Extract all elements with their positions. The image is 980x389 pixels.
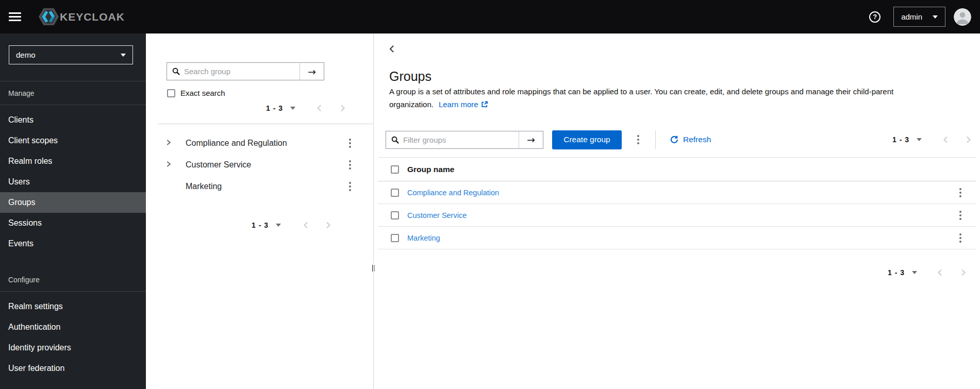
sidebar: demo Manage Clients Client scopes Realm …: [0, 33, 146, 389]
exact-search-checkbox[interactable]: [167, 89, 175, 97]
question-icon: ?: [873, 13, 877, 21]
kebab-menu-button[interactable]: [347, 158, 353, 172]
avatar[interactable]: [954, 8, 971, 26]
sidebar-item-clients[interactable]: Clients: [0, 110, 146, 130]
table-row: Customer Service: [378, 204, 976, 227]
sidebar-item-identity-providers[interactable]: Identity providers: [0, 337, 146, 358]
row-checkbox[interactable]: [391, 211, 399, 219]
search-icon: [391, 136, 399, 144]
group-tree-panel: → Exact search 1 - 3 Compliance and Regu…: [146, 33, 373, 389]
realm-selector[interactable]: demo: [9, 45, 133, 64]
group-search-input[interactable]: [184, 67, 294, 76]
sidebar-item-user-federation[interactable]: User federation: [0, 358, 146, 379]
group-link[interactable]: Marketing: [407, 234, 440, 242]
pagination-prev-button[interactable]: [316, 105, 322, 112]
arrow-right-icon: →: [527, 134, 535, 145]
tree-pagination-top: 1 - 3: [266, 104, 346, 112]
chevron-down-icon: [917, 138, 922, 141]
expand-chevron-icon[interactable]: [166, 139, 172, 148]
page-title: Groups: [389, 69, 431, 84]
sidebar-item-realm-roles[interactable]: Realm roles: [0, 151, 146, 172]
row-kebab-menu-button[interactable]: [957, 209, 964, 222]
groups-table: Group name Compliance and Regulation Cus…: [378, 157, 976, 249]
tree-item-customer-service: Customer Service: [146, 154, 373, 176]
refresh-icon: [670, 136, 678, 144]
pagination-options-toggle[interactable]: [917, 138, 922, 141]
pagination-range: 1 - 3: [892, 136, 909, 144]
sidebar-item-realm-settings[interactable]: Realm settings: [0, 296, 146, 317]
refresh-button[interactable]: Refresh: [670, 135, 711, 144]
kebab-menu-button[interactable]: [347, 180, 353, 193]
tree-item-marketing: Marketing: [146, 176, 373, 197]
groups-main-panel: Groups A group is a set of attributes an…: [375, 33, 980, 389]
chevron-down-icon: [121, 54, 126, 57]
collapse-panel-button[interactable]: [388, 45, 395, 55]
external-link-icon: [481, 100, 488, 109]
hamburger-menu-button[interactable]: [9, 12, 21, 21]
row-checkbox[interactable]: [391, 234, 399, 242]
tree-item-label[interactable]: Compliance and Regulation: [186, 139, 287, 148]
exact-search-label: Exact search: [180, 89, 225, 97]
sidebar-item-client-scopes[interactable]: Client scopes: [0, 130, 146, 151]
group-link[interactable]: Compliance and Regulation: [407, 189, 499, 197]
create-group-button[interactable]: Create group: [552, 130, 622, 149]
pagination-next-button[interactable]: [966, 136, 972, 143]
chevron-down-icon: [912, 271, 917, 274]
arrow-right-icon: →: [308, 66, 316, 77]
refresh-label: Refresh: [683, 135, 711, 144]
pagination-range: 1 - 3: [266, 104, 283, 112]
row-checkbox[interactable]: [391, 189, 399, 197]
divider: [655, 130, 656, 149]
chevron-down-icon: [276, 224, 281, 227]
group-search-input-wrap: [167, 62, 300, 80]
table-pagination-bottom: 1 - 3: [888, 268, 967, 277]
select-all-checkbox[interactable]: [391, 165, 399, 174]
nav-section-configure: Configure: [0, 268, 146, 292]
pagination-options-toggle[interactable]: [276, 224, 281, 227]
pagination-options-toggle[interactable]: [912, 271, 917, 274]
table-row: Compliance and Regulation: [378, 181, 976, 204]
help-button[interactable]: ?: [869, 11, 881, 23]
tree-item-label[interactable]: Marketing: [186, 182, 222, 191]
toolbar-kebab-menu-button[interactable]: [635, 133, 641, 146]
pagination-range: 1 - 3: [252, 221, 269, 229]
row-kebab-menu-button[interactable]: [957, 186, 964, 199]
row-kebab-menu-button[interactable]: [957, 231, 964, 245]
pagination-next-button[interactable]: [960, 269, 967, 276]
learn-more-link[interactable]: Learn more: [439, 100, 478, 109]
filter-groups-input-wrap: [386, 131, 519, 149]
username: admin: [901, 12, 922, 21]
brand-text: KEYCLOAK: [60, 11, 125, 23]
sidebar-item-authentication[interactable]: Authentication: [0, 317, 146, 337]
groups-toolbar: → Create group Refresh 1 - 3: [386, 130, 972, 149]
pagination-options-toggle[interactable]: [290, 107, 295, 110]
expand-chevron-icon[interactable]: [166, 160, 172, 170]
sidebar-item-users[interactable]: Users: [0, 172, 146, 192]
pagination-next-button[interactable]: [340, 105, 346, 112]
filter-groups-input[interactable]: [403, 136, 513, 144]
divider: [158, 124, 373, 124]
chevron-down-icon: [290, 107, 295, 110]
group-link[interactable]: Customer Service: [407, 211, 467, 219]
user-menu-dropdown[interactable]: admin: [893, 7, 945, 27]
kebab-menu-button[interactable]: [347, 137, 353, 150]
masthead: KEYCLOAK ? admin: [0, 0, 980, 33]
sidebar-nav: Manage Clients Client scopes Realm roles…: [0, 81, 146, 379]
nav-section-manage: Manage: [0, 81, 146, 105]
pagination-next-button[interactable]: [325, 222, 331, 229]
sidebar-item-sessions[interactable]: Sessions: [0, 213, 146, 233]
sidebar-item-events[interactable]: Events: [0, 233, 146, 254]
filter-groups-submit-button[interactable]: →: [519, 131, 543, 149]
chevron-down-icon: [933, 15, 938, 19]
tree-item-label[interactable]: Customer Service: [186, 160, 251, 170]
pagination-prev-button[interactable]: [942, 136, 949, 143]
tree-pagination-bottom: 1 - 3: [252, 221, 331, 229]
keycloak-hexagon-icon: [35, 6, 59, 27]
table-row: Marketing: [378, 227, 976, 249]
pagination-prev-button[interactable]: [937, 269, 943, 276]
pagination-range: 1 - 3: [888, 268, 905, 277]
panel-divider: [373, 33, 374, 389]
sidebar-item-groups[interactable]: Groups: [0, 192, 146, 213]
group-search-submit-button[interactable]: →: [300, 62, 324, 80]
pagination-prev-button[interactable]: [303, 222, 309, 229]
